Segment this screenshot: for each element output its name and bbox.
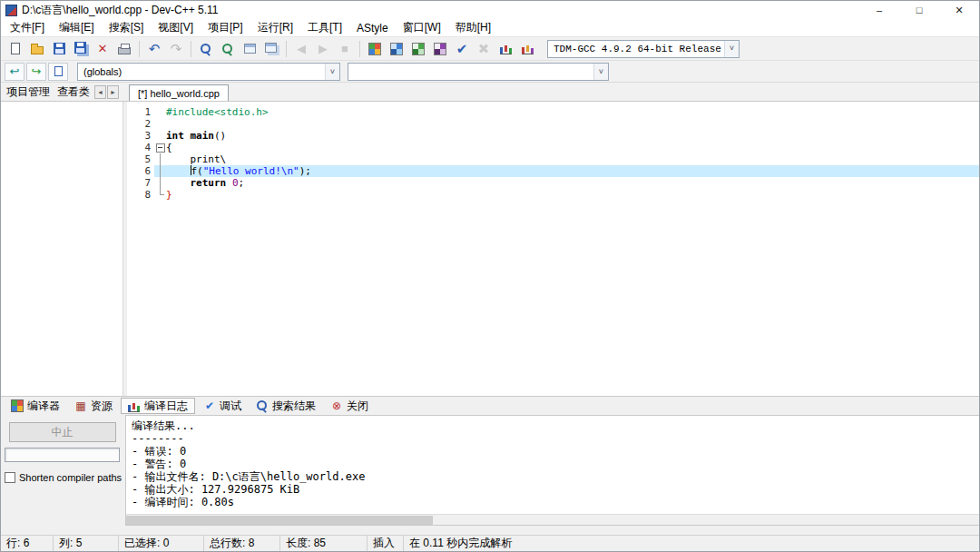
fold-marker-icon[interactable]: [154, 142, 166, 153]
scroll-left-button[interactable]: ◄: [94, 85, 106, 99]
shorten-paths-checkbox[interactable]: [5, 472, 15, 483]
chevron-down-icon[interactable]: ˅: [724, 41, 739, 57]
tab-search-results[interactable]: 搜索结果: [250, 398, 322, 414]
goto-line-button[interactable]: [48, 63, 68, 81]
shorten-paths-label: Shorten compiler paths: [19, 472, 122, 483]
log-line: - 警告: 0: [132, 458, 974, 470]
code-line[interactable]: 3int main(): [127, 130, 979, 142]
chevron-down-icon[interactable]: ˅: [325, 64, 339, 80]
tab-hello-world-cpp[interactable]: [*] hello_world.cpp: [129, 84, 229, 101]
scrollbar-thumb[interactable]: [126, 516, 433, 525]
tab-debug[interactable]: ✔调试: [197, 398, 248, 414]
fold-marker-icon: [154, 189, 166, 201]
fullscreen-button[interactable]: [239, 39, 260, 59]
compile-run-button[interactable]: [407, 39, 429, 59]
tab-row: 项目管理 查看类 ◄ ► [*] hello_world.cpp: [1, 83, 979, 101]
menu-item[interactable]: 窗口[W]: [396, 18, 448, 37]
code-line[interactable]: 6 f("Hello world!\n");: [127, 165, 979, 177]
compiler-select[interactable]: TDM-GCC 4.9.2 64-bit Release ˅: [547, 40, 740, 58]
nav-back-button[interactable]: ◀: [290, 39, 312, 59]
code-line[interactable]: 2: [127, 118, 979, 130]
goto-declaration-button[interactable]: ↩: [5, 63, 24, 81]
close-button[interactable]: ✕: [939, 1, 979, 19]
tab-close-report[interactable]: ⊗关闭: [324, 398, 375, 414]
menu-item[interactable]: 文件[F]: [3, 18, 52, 37]
tab-project-manager[interactable]: 项目管理: [3, 83, 54, 102]
code-editor[interactable]: 1#include<stdio.h>23int main()4{5 print\…: [127, 102, 979, 396]
maximize-button[interactable]: □: [899, 1, 939, 19]
close-file-button[interactable]: ✕: [92, 39, 113, 59]
status-segment: 在 0.11 秒内完成解析: [404, 536, 979, 551]
window-controls: – □ ✕: [859, 1, 979, 19]
tab-label: 关闭: [347, 399, 368, 414]
compile-run-icon: [412, 43, 425, 55]
shorten-paths-option[interactable]: Shorten compiler paths: [5, 472, 120, 483]
profile-clean-button[interactable]: [516, 39, 538, 59]
log-horizontal-scrollbar[interactable]: [126, 514, 979, 525]
members-select[interactable]: ˅: [348, 63, 609, 81]
fold-marker-icon: [154, 153, 166, 165]
redo-button[interactable]: ↷: [165, 39, 187, 59]
log-line: - 错误: 0: [132, 445, 974, 458]
nav-forward-button[interactable]: ▶: [312, 39, 334, 59]
stop-execution-button[interactable]: ✖: [473, 39, 495, 59]
menu-item[interactable]: 工具[T]: [300, 18, 349, 37]
menu-item[interactable]: 运行[R]: [250, 18, 300, 37]
close-report-icon: ⊗: [330, 399, 343, 412]
fold-marker-icon: [154, 106, 166, 118]
scroll-right-button[interactable]: ►: [107, 85, 119, 99]
menu-item[interactable]: 搜索[S]: [102, 18, 152, 37]
compile-log-icon: [128, 399, 141, 412]
menu-item[interactable]: 项目[P]: [201, 18, 250, 37]
code-line[interactable]: 8}: [127, 189, 979, 201]
replace-button[interactable]: [217, 39, 239, 59]
run-button[interactable]: [386, 39, 407, 59]
menu-item[interactable]: 编辑[E]: [52, 18, 102, 37]
globals-select[interactable]: (globals) ˅: [77, 63, 340, 81]
code-line[interactable]: 1#include<stdio.h>: [127, 106, 979, 118]
undo-button[interactable]: ↶: [143, 39, 165, 59]
log-line: --------: [132, 432, 974, 445]
minimize-button[interactable]: –: [859, 1, 899, 19]
fold-marker-icon: [154, 177, 166, 189]
abort-button[interactable]: 中止: [9, 422, 116, 442]
toolbar-separator: [191, 41, 191, 57]
tab-compiler[interactable]: 编译器: [5, 398, 66, 414]
chevron-down-icon[interactable]: ˅: [593, 64, 608, 80]
compile-icon: [368, 43, 381, 55]
debug-button[interactable]: ✔: [451, 39, 473, 59]
code-line[interactable]: 5 print\: [127, 153, 979, 165]
run-icon: [390, 43, 403, 55]
status-segment: 行: 6: [1, 536, 54, 551]
goto-implementation-button[interactable]: ↪: [26, 63, 46, 81]
rebuild-button[interactable]: [429, 39, 451, 59]
code-text: f("Hello world!\n");: [166, 165, 979, 177]
code-line[interactable]: 7 return 0;: [127, 177, 979, 189]
save-all-icon: [74, 42, 86, 54]
profile-button[interactable]: [495, 39, 516, 59]
goto-button[interactable]: ■: [334, 39, 356, 59]
find-icon: [200, 43, 212, 55]
print-button[interactable]: [113, 39, 135, 59]
tab-view-classes[interactable]: 查看类: [54, 83, 93, 102]
code-area[interactable]: 1#include<stdio.h>23int main()4{5 print\…: [127, 106, 979, 201]
menu-item[interactable]: 帮助[H]: [448, 18, 498, 37]
resources-icon: ▦: [74, 399, 87, 412]
toggle-panels-button[interactable]: [260, 39, 282, 59]
menu-item[interactable]: AStyle: [349, 20, 396, 36]
tab-label: 编译器: [27, 399, 60, 414]
tab-resources[interactable]: ▦资源: [68, 398, 119, 414]
compile-button[interactable]: [364, 39, 386, 59]
new-file-button[interactable]: [5, 39, 26, 59]
open-button[interactable]: [26, 39, 48, 59]
fullscreen-icon: [244, 44, 256, 54]
code-line[interactable]: 4{: [127, 142, 979, 153]
save-all-button[interactable]: [70, 39, 92, 59]
line-number: 3: [127, 130, 154, 142]
project-manager-panel[interactable]: [1, 102, 123, 396]
compile-log[interactable]: 编译结果...--------- 错误: 0- 警告: 0- 输出文件名: D:…: [126, 416, 979, 514]
tab-compile-log[interactable]: 编译日志: [121, 398, 195, 414]
find-button[interactable]: [195, 39, 217, 59]
menu-item[interactable]: 视图[V]: [151, 18, 201, 37]
save-button[interactable]: [48, 39, 70, 59]
